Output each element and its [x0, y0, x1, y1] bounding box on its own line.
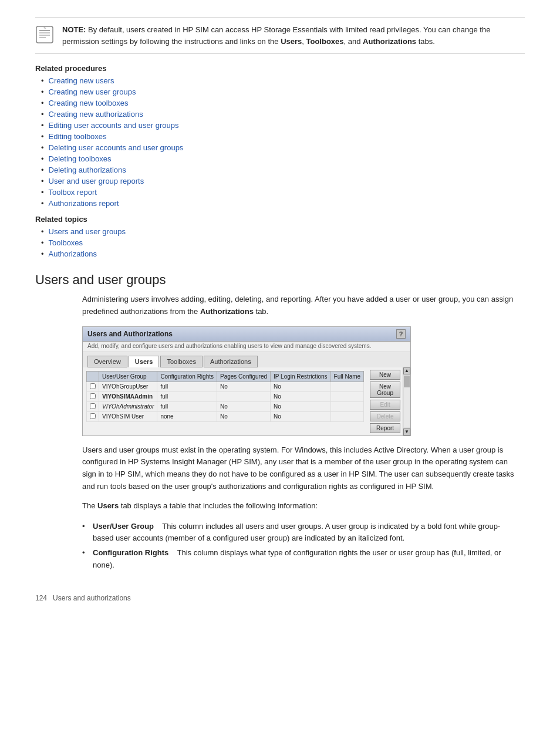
list-item: Deleting authorizations [41, 164, 525, 175]
note-users-bold: Users [281, 37, 302, 46]
table-row: VIYOhGroupUser full No No [87, 382, 364, 391]
page-number: 124 [35, 594, 47, 602]
cell-fullname [330, 411, 364, 421]
col-pages: Pages Configured [217, 371, 270, 382]
delete-button[interactable]: Delete [370, 411, 400, 421]
list-item: Authorizations report [41, 198, 525, 209]
report-button[interactable]: Report [370, 423, 400, 433]
related-procedures-list: Creating new users Creating new user gro… [41, 75, 525, 209]
cell-config: full [157, 401, 217, 411]
link-creating-new-authorizations[interactable]: Creating new authorizations [49, 110, 143, 119]
list-item: Users and user groups [41, 226, 525, 237]
screenshot-tabs: Overview Users Toolboxes Authorizations [83, 352, 410, 367]
scroll-track [404, 376, 410, 427]
list-item: User and user group reports [41, 175, 525, 187]
link-authorizations[interactable]: Authorizations [49, 249, 97, 258]
note-text: NOTE: By default, users created in HP SI… [62, 24, 525, 47]
cell-config: full [157, 382, 217, 391]
table-row: VIYOhSIMAAdmin full No [87, 391, 364, 401]
link-editing-toolboxes[interactable]: Editing toolboxes [49, 132, 107, 141]
cell-config: none [157, 411, 217, 421]
list-item: Toolboxes [41, 237, 525, 248]
link-creating-new-toolboxes[interactable]: Creating new toolboxes [49, 99, 129, 107]
cell-user: VIYOhAdministrator [99, 401, 157, 411]
col-checkbox [87, 371, 99, 382]
cell-fullname [330, 401, 364, 411]
scrollbar: ▲ ▼ [403, 367, 410, 436]
body-text-2: The Users tab displays a table that incl… [82, 500, 519, 512]
note-label: NOTE: [62, 25, 86, 34]
cell-pages: No [217, 411, 270, 421]
footer-text: Users and authorizations [53, 594, 131, 602]
section-intro: Administering users involves adding, edi… [82, 293, 519, 318]
cell-ip: No [271, 382, 331, 391]
note-toolboxes-bold: Toolboxes [306, 37, 344, 46]
cell-fullname [330, 382, 364, 391]
svg-text:✎: ✎ [43, 26, 46, 30]
related-topics-section: Related topics Users and user groups Too… [35, 215, 525, 259]
section-body: Administering users involves adding, edi… [82, 293, 519, 573]
col-config-rights: Configuration Rights [157, 371, 217, 382]
link-user-group-reports[interactable]: User and user group reports [49, 177, 144, 185]
link-creating-new-user-groups[interactable]: Creating new user groups [49, 87, 136, 96]
related-procedures-heading: Related procedures [35, 64, 525, 73]
tab-toolboxes[interactable]: Toolboxes [160, 356, 203, 367]
link-toolboxes[interactable]: Toolboxes [49, 238, 83, 247]
scroll-thumb[interactable] [404, 376, 410, 387]
cell-ip: No [271, 391, 331, 401]
cell-pages [217, 391, 270, 401]
list-item: Creating new users [41, 75, 525, 86]
cell-ip: No [271, 411, 331, 421]
link-deleting-authorizations[interactable]: Deleting authorizations [49, 166, 126, 174]
cell-user: VIYOhSIMAAdmin [99, 391, 157, 401]
row-checkbox[interactable] [90, 403, 96, 409]
bullet-content: Configuration Rights This column display… [93, 547, 519, 572]
row-checkbox[interactable] [90, 413, 96, 419]
cell-fullname [330, 391, 364, 401]
link-deleting-user-accounts[interactable]: Deleting user accounts and user groups [49, 143, 184, 152]
related-procedures-section: Related procedures Creating new users Cr… [35, 64, 525, 209]
screenshot-table-wrapper: User/User Group Configuration Rights Pag… [83, 367, 367, 436]
note-body: By default, users created in HP SIM can … [62, 25, 490, 46]
link-authorizations-report[interactable]: Authorizations report [49, 199, 119, 208]
note-authorizations-bold: Authorizations [363, 37, 416, 46]
page-footer: 124 Users and authorizations [35, 590, 525, 602]
tab-overview[interactable]: Overview [87, 356, 127, 367]
screenshot-titlebar: Users and Authorizations ? [83, 327, 410, 342]
table-row: VIYOhAdministrator full No No [87, 401, 364, 411]
help-button[interactable]: ? [396, 329, 406, 339]
link-deleting-toolboxes[interactable]: Deleting toolboxes [49, 154, 112, 163]
scroll-down-arrow[interactable]: ▼ [403, 428, 410, 436]
new-group-button[interactable]: New Group [370, 382, 400, 398]
features-list: User/User Group This column includes all… [82, 519, 519, 573]
screenshot-title: Users and Authorizations [87, 330, 173, 338]
link-users-and-user-groups[interactable]: Users and user groups [49, 227, 126, 236]
list-item: Creating new authorizations [41, 109, 525, 120]
related-topics-list: Users and user groups Toolboxes Authoriz… [41, 226, 525, 259]
col-user-group: User/User Group [99, 371, 157, 382]
tab-authorizations[interactable]: Authorizations [204, 356, 258, 367]
screenshot-layout: User/User Group Configuration Rights Pag… [83, 367, 410, 436]
new-button[interactable]: New [370, 370, 400, 380]
link-creating-new-users[interactable]: Creating new users [49, 76, 114, 85]
row-checkbox[interactable] [90, 383, 96, 389]
table-row: VIYOhSIM User none No No [87, 411, 364, 421]
list-item: Creating new user groups [41, 86, 525, 97]
body-text-1: Users and user groups must exist in the … [82, 444, 519, 493]
users-table: User/User Group Configuration Rights Pag… [86, 371, 364, 422]
link-toolbox-report[interactable]: Toolbox report [49, 188, 97, 197]
list-item: Configuration Rights This column display… [82, 546, 519, 573]
scroll-up-arrow[interactable]: ▲ [403, 367, 410, 374]
edit-button[interactable]: Edit [370, 400, 400, 410]
list-item: Creating new toolboxes [41, 97, 525, 109]
link-editing-user-accounts[interactable]: Editing user accounts and user groups [49, 121, 179, 130]
list-item: Toolbox report [41, 187, 525, 198]
screenshot-action-buttons: New New Group Edit Delete Report [367, 367, 403, 436]
row-checkbox[interactable] [90, 393, 96, 399]
cell-user: VIYOhSIM User [99, 411, 157, 421]
tab-users[interactable]: Users [129, 356, 160, 367]
cell-pages: No [217, 382, 270, 391]
list-item: Deleting user accounts and user groups [41, 142, 525, 153]
note-box: ✎ NOTE: By default, users created in HP … [35, 18, 525, 53]
related-topics-heading: Related topics [35, 215, 525, 224]
